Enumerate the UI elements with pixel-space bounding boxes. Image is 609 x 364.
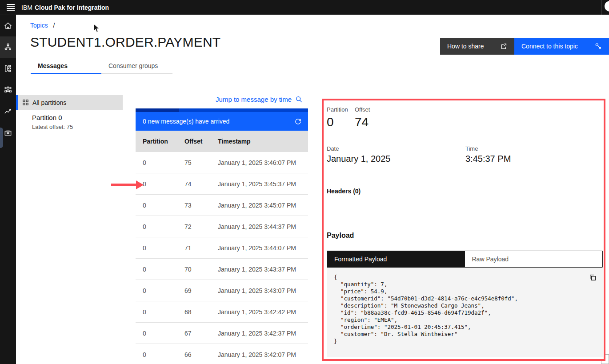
raw-payload-tab[interactable]: Raw Payload bbox=[465, 251, 603, 267]
groups-icon bbox=[4, 86, 12, 94]
formatted-payload-label: Formatted Payload bbox=[334, 256, 387, 263]
cell-partition: 0 bbox=[143, 180, 184, 188]
cell-offset: 68 bbox=[184, 308, 218, 316]
plug-icon bbox=[595, 43, 602, 50]
schema-icon bbox=[4, 64, 12, 72]
brand-prefix: IBM bbox=[21, 4, 32, 11]
detail-time-label: Time bbox=[465, 145, 478, 152]
messages-table-header: Partition Offset Timestamp bbox=[136, 131, 308, 152]
mouse-cursor bbox=[93, 24, 100, 33]
progress-strip-dark-segment bbox=[136, 108, 179, 112]
partition-0-item[interactable]: Partition 0 Latest offset: 75 bbox=[32, 114, 73, 130]
cell-offset: 67 bbox=[184, 330, 218, 337]
cell-timestamp: January 1, 2025 3:44:07 PM bbox=[218, 244, 308, 252]
cell-timestamp: January 1, 2025 3:42:37 PM bbox=[218, 330, 308, 337]
hamburger-menu-icon[interactable] bbox=[2, 0, 20, 15]
cell-offset: 75 bbox=[184, 159, 218, 166]
header-divider bbox=[601, 0, 602, 15]
side-navigation bbox=[0, 15, 16, 364]
cell-timestamp: January 1, 2025 3:43:07 PM bbox=[218, 287, 308, 294]
sidebar-item-consumer-groups[interactable] bbox=[0, 79, 16, 100]
app-brand: IBM Cloud Pak for Integration bbox=[21, 0, 109, 15]
cell-partition: 0 bbox=[143, 308, 184, 316]
payload-content-switcher: Formatted Payload Raw Payload bbox=[327, 251, 603, 268]
tab-consumer-groups-label: Consumer groups bbox=[108, 62, 158, 69]
table-row[interactable]: 066January 1, 2025 3:42:07 PM bbox=[136, 344, 308, 364]
cell-partition: 0 bbox=[143, 266, 184, 273]
table-row[interactable]: 067January 1, 2025 3:42:37 PM bbox=[136, 323, 308, 344]
cell-offset: 71 bbox=[184, 244, 218, 252]
table-row[interactable]: 068January 1, 2025 3:42:42 PM bbox=[136, 301, 308, 323]
hamburger-bars bbox=[7, 3, 15, 12]
new-messages-banner[interactable]: 0 new message(s) have arrived bbox=[136, 112, 308, 131]
tab-messages[interactable]: Messages bbox=[31, 59, 101, 74]
cell-offset: 69 bbox=[184, 287, 218, 294]
toolbox-icon bbox=[4, 128, 12, 136]
partition-progress-strip bbox=[136, 108, 308, 112]
cell-offset: 70 bbox=[184, 266, 218, 273]
detail-divider bbox=[327, 222, 603, 222]
table-row[interactable]: 075January 1, 2025 3:46:07 PM bbox=[136, 152, 308, 173]
app-header: IBM Cloud Pak for Integration bbox=[0, 0, 609, 15]
table-row[interactable]: 074January 1, 2025 3:45:37 PM bbox=[136, 173, 308, 195]
detail-partition-label: Partition bbox=[327, 106, 348, 113]
analytics-icon bbox=[4, 107, 12, 115]
breadcrumb-topics-link[interactable]: Topics bbox=[30, 22, 48, 29]
payload-heading: Payload bbox=[327, 232, 354, 240]
grid-icon bbox=[22, 99, 29, 106]
table-row[interactable]: 069January 1, 2025 3:43:07 PM bbox=[136, 280, 308, 301]
connect-to-topic-label: Connect to this topic bbox=[521, 43, 578, 50]
refresh-icon[interactable] bbox=[294, 118, 302, 125]
tab-consumer-groups[interactable]: Consumer groups bbox=[101, 59, 172, 74]
cell-timestamp: January 1, 2025 3:43:37 PM bbox=[218, 266, 308, 273]
cell-partition: 0 bbox=[143, 244, 184, 252]
detail-headers-label: Headers (0) bbox=[327, 188, 361, 195]
cell-timestamp: January 1, 2025 3:42:07 PM bbox=[218, 351, 308, 358]
table-row[interactable]: 073January 1, 2025 3:45:07 PM bbox=[136, 195, 308, 216]
cell-offset: 74 bbox=[184, 180, 218, 188]
col-header-partition: Partition bbox=[143, 138, 184, 145]
red-arrow-pointer bbox=[111, 180, 144, 190]
connect-to-topic-button[interactable]: Connect to this topic bbox=[514, 38, 609, 55]
jump-to-message-by-time[interactable]: Jump to message by time bbox=[136, 92, 308, 106]
breadcrumb: Topics / bbox=[30, 22, 55, 29]
detail-partition-value: 0 bbox=[327, 115, 334, 129]
payload-json: { "quantity": 7, "price": 54.9, "custome… bbox=[334, 274, 603, 345]
launch-icon bbox=[500, 43, 507, 50]
messages-table-body: 075January 1, 2025 3:46:07 PM074January … bbox=[136, 152, 308, 364]
formatted-payload-tab[interactable]: Formatted Payload bbox=[327, 251, 465, 267]
detail-date-label: Date bbox=[327, 145, 339, 152]
detail-time-value: 3:45:37 PM bbox=[465, 154, 511, 164]
page-title: STUDENT1.ORDER.PAYMENT bbox=[30, 35, 220, 50]
table-row[interactable]: 070January 1, 2025 3:43:37 PM bbox=[136, 259, 308, 280]
brand-name: Cloud Pak for Integration bbox=[35, 4, 109, 11]
avatar[interactable] bbox=[605, 1, 609, 12]
cell-timestamp: January 1, 2025 3:46:07 PM bbox=[218, 159, 308, 166]
sidebar-item-monitoring[interactable] bbox=[0, 100, 16, 122]
cell-timestamp: January 1, 2025 3:42:42 PM bbox=[218, 308, 308, 316]
partition-0-label: Partition 0 bbox=[32, 114, 73, 121]
sidebar-item-home[interactable] bbox=[0, 15, 16, 36]
topology-icon bbox=[4, 43, 12, 51]
copy-icon[interactable] bbox=[589, 274, 597, 281]
cell-partition: 0 bbox=[143, 202, 184, 209]
floating-widget-edge[interactable] bbox=[0, 128, 3, 148]
cell-timestamp: January 1, 2025 3:44:37 PM bbox=[218, 223, 308, 230]
how-to-share-button[interactable]: How to share bbox=[440, 38, 514, 55]
table-row[interactable]: 072January 1, 2025 3:44:37 PM bbox=[136, 216, 308, 237]
cell-partition: 0 bbox=[143, 223, 184, 230]
table-row[interactable]: 071January 1, 2025 3:44:07 PM bbox=[136, 237, 308, 259]
event-streams-topic-page: IBM Cloud Pak for Integration bbox=[0, 0, 609, 364]
cell-offset: 72 bbox=[184, 223, 218, 230]
detail-offset-label: Offset bbox=[355, 106, 370, 113]
sidebar-item-topology[interactable] bbox=[0, 36, 16, 58]
search-icon bbox=[295, 96, 303, 103]
all-partitions-label: All partitions bbox=[32, 99, 66, 106]
tab-messages-label: Messages bbox=[38, 62, 68, 69]
home-icon bbox=[4, 22, 12, 30]
sidebar-item-schema[interactable] bbox=[0, 58, 16, 79]
cell-partition: 0 bbox=[143, 330, 184, 337]
latest-offset-label: Latest offset: 75 bbox=[32, 124, 73, 130]
all-partitions-item[interactable]: All partitions bbox=[16, 95, 123, 110]
breadcrumb-separator: / bbox=[53, 22, 55, 29]
